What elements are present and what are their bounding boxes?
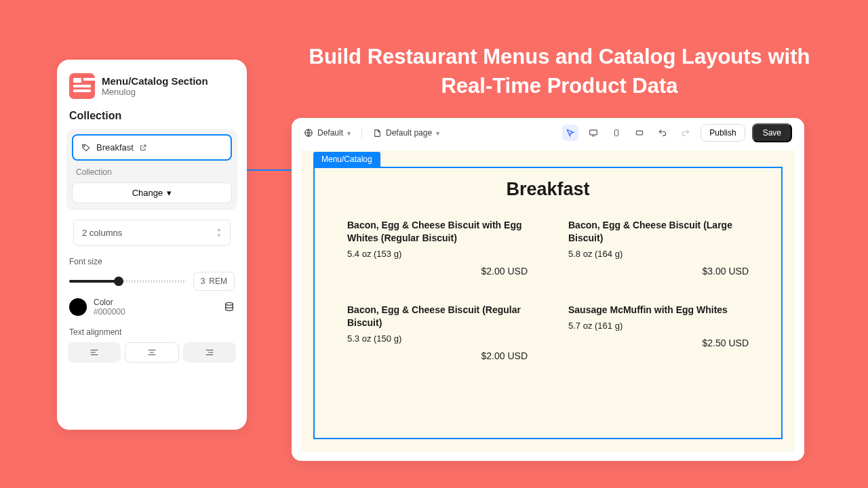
font-size-slider[interactable] bbox=[69, 280, 186, 283]
preview-panel: Default ▾ Default page ▾ Pub bbox=[292, 118, 804, 461]
item-price: $2.00 USD bbox=[347, 266, 528, 277]
settings-panel: Menu/Catalog Section Menulog Collection … bbox=[57, 60, 247, 430]
change-button[interactable]: Change ▾ bbox=[72, 182, 232, 203]
item-name: Sausage McMuffin with Egg Whites bbox=[568, 304, 749, 317]
undo-button[interactable] bbox=[654, 125, 671, 141]
font-size-number: 3 bbox=[201, 277, 205, 286]
align-center-button[interactable] bbox=[125, 342, 179, 363]
color-label: Color bbox=[94, 298, 217, 307]
page-icon bbox=[373, 129, 382, 138]
chevron-down-icon: ▾ bbox=[167, 188, 172, 198]
item-sub: 5.8 oz (164 g) bbox=[568, 249, 749, 259]
align-right-button[interactable] bbox=[183, 342, 236, 363]
editor-stage[interactable]: Menu/Catalog Breakfast Bacon, Egg & Chee… bbox=[301, 150, 795, 451]
color-swatch[interactable] bbox=[69, 298, 87, 316]
external-link-icon bbox=[139, 144, 147, 152]
svg-rect-3 bbox=[590, 130, 597, 135]
publish-button[interactable]: Publish bbox=[701, 124, 745, 142]
slider-thumb[interactable] bbox=[114, 277, 123, 286]
variant-selector[interactable]: Default ▾ bbox=[304, 128, 351, 138]
variant-label: Default bbox=[317, 128, 343, 138]
database-icon[interactable] bbox=[224, 302, 235, 312]
svg-rect-4 bbox=[615, 130, 618, 136]
menu-item: Bacon, Egg & Cheese Biscuit (Regular Bis… bbox=[347, 304, 528, 361]
font-size-label: Font size bbox=[69, 257, 237, 266]
selection-tab[interactable]: Menu/Catalog bbox=[313, 152, 380, 167]
svg-point-1 bbox=[226, 302, 233, 305]
item-sub: 5.4 oz (153 g) bbox=[347, 249, 528, 259]
font-size-unit: REM bbox=[209, 277, 227, 286]
item-price: $3.00 USD bbox=[568, 266, 749, 277]
columns-label: 2 columns bbox=[82, 228, 122, 238]
inspect-button[interactable] bbox=[562, 125, 578, 141]
app-icon bbox=[69, 73, 95, 99]
menu-item: Bacon, Egg & Cheese Biscuit (Large Biscu… bbox=[568, 219, 749, 277]
svg-rect-5 bbox=[637, 131, 643, 135]
menu-item: Sausage McMuffin with Egg Whites 5.7 oz … bbox=[568, 304, 749, 361]
section-collection-label: Collection bbox=[69, 110, 237, 122]
save-button[interactable]: Save bbox=[752, 123, 792, 142]
redo-button[interactable] bbox=[677, 125, 694, 141]
collection-selected[interactable]: Breakfast bbox=[72, 134, 232, 161]
change-button-label: Change bbox=[132, 188, 163, 198]
item-sub: 5.7 oz (161 g) bbox=[568, 321, 749, 331]
item-name: Bacon, Egg & Cheese Biscuit (Large Biscu… bbox=[568, 219, 749, 245]
stepper-icon[interactable]: ▲▼ bbox=[216, 227, 222, 239]
app-header: Menu/Catalog Section Menulog bbox=[66, 73, 237, 99]
menu-item: Bacon, Egg & Cheese Biscuit with Egg Whi… bbox=[347, 219, 528, 277]
item-price: $2.00 USD bbox=[347, 350, 528, 361]
menu-grid: Bacon, Egg & Cheese Biscuit with Egg Whi… bbox=[315, 200, 781, 361]
font-size-value[interactable]: 3 REM bbox=[193, 272, 235, 291]
item-name: Bacon, Egg & Cheese Biscuit with Egg Whi… bbox=[347, 219, 528, 245]
align-left-button[interactable] bbox=[68, 342, 121, 363]
preview-toolbar: Default ▾ Default page ▾ Pub bbox=[292, 118, 804, 148]
page-selector[interactable]: Default page ▾ bbox=[373, 128, 439, 138]
desktop-view-button[interactable] bbox=[585, 125, 601, 141]
text-align-label: Text alignment bbox=[69, 327, 237, 337]
mobile-view-button[interactable] bbox=[608, 125, 625, 141]
fullwidth-view-button[interactable] bbox=[631, 125, 648, 141]
item-name: Bacon, Egg & Cheese Biscuit (Regular Bis… bbox=[347, 304, 528, 329]
app-subtitle: Menulog bbox=[102, 87, 208, 97]
item-price: $2.50 USD bbox=[568, 338, 749, 348]
color-hex: #000000 bbox=[94, 307, 217, 317]
app-title: Menu/Catalog Section bbox=[102, 75, 208, 87]
globe-icon bbox=[304, 128, 313, 138]
svg-point-0 bbox=[83, 145, 84, 146]
tag-icon bbox=[81, 143, 91, 152]
collection-box: Breakfast Collection Change ▾ bbox=[66, 129, 237, 210]
selection-frame[interactable]: Menu/Catalog Breakfast Bacon, Egg & Chee… bbox=[313, 167, 783, 439]
align-group bbox=[66, 342, 237, 363]
marketing-headline: Build Restaurant Menus and Catalog Layou… bbox=[292, 42, 827, 101]
chevron-down-icon: ▾ bbox=[436, 129, 439, 137]
collection-name: Breakfast bbox=[96, 142, 134, 152]
divider bbox=[361, 127, 362, 138]
page-label: Default page bbox=[386, 128, 432, 138]
columns-select[interactable]: 2 columns ▲▼ bbox=[73, 220, 231, 246]
collection-sublabel: Collection bbox=[76, 167, 232, 177]
item-sub: 5.3 oz (150 g) bbox=[347, 333, 528, 344]
chevron-down-icon: ▾ bbox=[347, 129, 351, 137]
menu-title: Breakfast bbox=[315, 179, 781, 200]
